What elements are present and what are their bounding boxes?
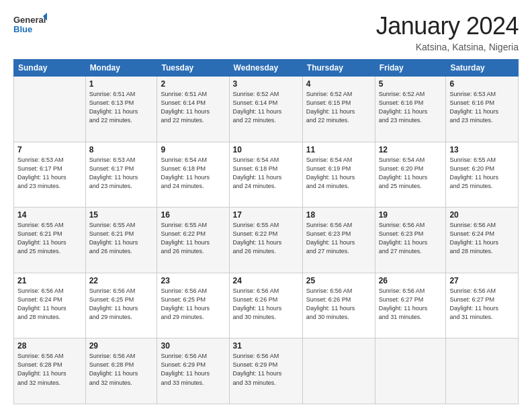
calendar-cell: 6Sunrise: 6:53 AMSunset: 6:16 PMDaylight… (446, 77, 519, 142)
calendar-cell: 22Sunrise: 6:56 AMSunset: 6:25 PMDayligh… (85, 273, 157, 338)
day-info: Sunrise: 6:56 AMSunset: 6:28 PMDaylight:… (17, 352, 82, 387)
header-monday: Monday (85, 60, 157, 77)
day-number: 29 (89, 341, 154, 351)
day-info: Sunrise: 6:53 AMSunset: 6:17 PMDaylight:… (89, 156, 154, 191)
day-number: 24 (233, 276, 299, 285)
svg-text:General: General (13, 15, 46, 25)
day-info: Sunrise: 6:52 AMSunset: 6:15 PMDaylight:… (306, 90, 371, 125)
calendar-cell: 21Sunrise: 6:56 AMSunset: 6:24 PMDayligh… (14, 273, 86, 338)
header-thursday: Thursday (302, 60, 375, 77)
location: Katsina, Katsina, Nigeria (376, 42, 519, 52)
day-number: 1 (89, 79, 154, 89)
calendar-cell: 29Sunrise: 6:56 AMSunset: 6:28 PMDayligh… (85, 338, 157, 404)
day-number: 18 (306, 210, 371, 220)
day-number: 27 (449, 276, 515, 285)
week-row-5: 28Sunrise: 6:56 AMSunset: 6:28 PMDayligh… (14, 338, 519, 404)
day-info: Sunrise: 6:56 AMSunset: 6:23 PMDaylight:… (306, 221, 371, 256)
calendar-cell: 30Sunrise: 6:56 AMSunset: 6:29 PMDayligh… (157, 338, 229, 404)
header-tuesday: Tuesday (157, 60, 229, 77)
day-info: Sunrise: 6:52 AMSunset: 6:16 PMDaylight:… (379, 90, 443, 125)
day-number: 17 (233, 210, 299, 220)
day-info: Sunrise: 6:54 AMSunset: 6:18 PMDaylight:… (233, 156, 299, 191)
calendar-cell: 12Sunrise: 6:54 AMSunset: 6:20 PMDayligh… (375, 142, 446, 208)
calendar-cell: 16Sunrise: 6:55 AMSunset: 6:22 PMDayligh… (157, 208, 229, 273)
logo: General Blue (13, 12, 47, 38)
day-number: 31 (233, 341, 299, 351)
calendar-cell (446, 338, 519, 404)
day-number: 14 (17, 210, 82, 220)
day-number: 22 (89, 276, 154, 285)
calendar-cell: 26Sunrise: 6:56 AMSunset: 6:27 PMDayligh… (375, 273, 446, 338)
svg-text:Blue: Blue (13, 24, 32, 34)
day-number: 16 (161, 210, 225, 220)
day-info: Sunrise: 6:56 AMSunset: 6:23 PMDaylight:… (379, 221, 443, 256)
day-number: 20 (449, 210, 515, 220)
day-number: 11 (306, 145, 371, 154)
calendar-cell: 17Sunrise: 6:55 AMSunset: 6:22 PMDayligh… (229, 208, 302, 273)
day-number: 5 (379, 79, 443, 89)
week-row-1: 1Sunrise: 6:51 AMSunset: 6:13 PMDaylight… (14, 77, 519, 142)
calendar-cell: 23Sunrise: 6:56 AMSunset: 6:25 PMDayligh… (157, 273, 229, 338)
week-row-2: 7Sunrise: 6:53 AMSunset: 6:17 PMDaylight… (14, 142, 519, 208)
calendar-cell: 19Sunrise: 6:56 AMSunset: 6:23 PMDayligh… (375, 208, 446, 273)
day-info: Sunrise: 6:55 AMSunset: 6:21 PMDaylight:… (89, 221, 154, 256)
day-number: 21 (17, 276, 82, 285)
day-number: 26 (379, 276, 443, 285)
day-number: 19 (379, 210, 443, 220)
day-info: Sunrise: 6:56 AMSunset: 6:24 PMDaylight:… (17, 287, 82, 322)
week-row-4: 21Sunrise: 6:56 AMSunset: 6:24 PMDayligh… (14, 273, 519, 338)
day-number: 10 (233, 145, 299, 154)
day-number: 2 (161, 79, 225, 89)
day-info: Sunrise: 6:55 AMSunset: 6:21 PMDaylight:… (17, 221, 82, 256)
day-info: Sunrise: 6:56 AMSunset: 6:26 PMDaylight:… (233, 287, 299, 322)
calendar-cell: 10Sunrise: 6:54 AMSunset: 6:18 PMDayligh… (229, 142, 302, 208)
calendar-cell: 18Sunrise: 6:56 AMSunset: 6:23 PMDayligh… (302, 208, 375, 273)
page: General Blue January 2024 Katsina, Katsi… (0, 0, 532, 411)
calendar-cell (14, 77, 86, 142)
calendar-cell: 15Sunrise: 6:55 AMSunset: 6:21 PMDayligh… (85, 208, 157, 273)
calendar-cell: 14Sunrise: 6:55 AMSunset: 6:21 PMDayligh… (14, 208, 86, 273)
day-info: Sunrise: 6:54 AMSunset: 6:20 PMDaylight:… (379, 156, 443, 191)
day-number: 13 (449, 145, 515, 154)
day-info: Sunrise: 6:56 AMSunset: 6:29 PMDaylight:… (233, 352, 299, 387)
calendar-cell: 24Sunrise: 6:56 AMSunset: 6:26 PMDayligh… (229, 273, 302, 338)
calendar-cell (375, 338, 446, 404)
day-info: Sunrise: 6:55 AMSunset: 6:22 PMDaylight:… (233, 221, 299, 256)
calendar-cell: 25Sunrise: 6:56 AMSunset: 6:26 PMDayligh… (302, 273, 375, 338)
day-info: Sunrise: 6:54 AMSunset: 6:19 PMDaylight:… (306, 156, 371, 191)
day-info: Sunrise: 6:56 AMSunset: 6:25 PMDaylight:… (89, 287, 154, 322)
day-info: Sunrise: 6:56 AMSunset: 6:28 PMDaylight:… (89, 352, 154, 387)
day-info: Sunrise: 6:55 AMSunset: 6:20 PMDaylight:… (449, 156, 515, 191)
day-number: 15 (89, 210, 154, 220)
calendar-cell: 28Sunrise: 6:56 AMSunset: 6:28 PMDayligh… (14, 338, 86, 404)
header-saturday: Saturday (446, 60, 519, 77)
month-title: January 2024 (376, 12, 519, 40)
day-info: Sunrise: 6:56 AMSunset: 6:29 PMDaylight:… (161, 352, 225, 387)
day-info: Sunrise: 6:56 AMSunset: 6:27 PMDaylight:… (379, 287, 443, 322)
header-wednesday: Wednesday (229, 60, 302, 77)
header-friday: Friday (375, 60, 446, 77)
calendar-cell: 9Sunrise: 6:54 AMSunset: 6:18 PMDaylight… (157, 142, 229, 208)
day-number: 4 (306, 79, 371, 89)
day-number: 25 (306, 276, 371, 285)
calendar-cell (302, 338, 375, 404)
calendar-cell: 27Sunrise: 6:56 AMSunset: 6:27 PMDayligh… (446, 273, 519, 338)
calendar-cell: 4Sunrise: 6:52 AMSunset: 6:15 PMDaylight… (302, 77, 375, 142)
calendar-cell: 2Sunrise: 6:51 AMSunset: 6:14 PMDaylight… (157, 77, 229, 142)
day-info: Sunrise: 6:56 AMSunset: 6:25 PMDaylight:… (161, 287, 225, 322)
logo-svg: General Blue (13, 12, 47, 38)
calendar-cell: 7Sunrise: 6:53 AMSunset: 6:17 PMDaylight… (14, 142, 86, 208)
day-info: Sunrise: 6:55 AMSunset: 6:22 PMDaylight:… (161, 221, 225, 256)
calendar-cell: 11Sunrise: 6:54 AMSunset: 6:19 PMDayligh… (302, 142, 375, 208)
day-number: 8 (89, 145, 154, 154)
day-number: 6 (449, 79, 515, 89)
day-info: Sunrise: 6:56 AMSunset: 6:27 PMDaylight:… (449, 287, 515, 322)
day-info: Sunrise: 6:51 AMSunset: 6:13 PMDaylight:… (89, 90, 154, 125)
calendar-cell: 31Sunrise: 6:56 AMSunset: 6:29 PMDayligh… (229, 338, 302, 404)
calendar-table: Sunday Monday Tuesday Wednesday Thursday… (13, 59, 519, 404)
day-number: 7 (17, 145, 82, 154)
day-info: Sunrise: 6:54 AMSunset: 6:18 PMDaylight:… (161, 156, 225, 191)
week-row-3: 14Sunrise: 6:55 AMSunset: 6:21 PMDayligh… (14, 208, 519, 273)
day-info: Sunrise: 6:51 AMSunset: 6:14 PMDaylight:… (161, 90, 225, 125)
header: General Blue January 2024 Katsina, Katsi… (13, 12, 519, 52)
